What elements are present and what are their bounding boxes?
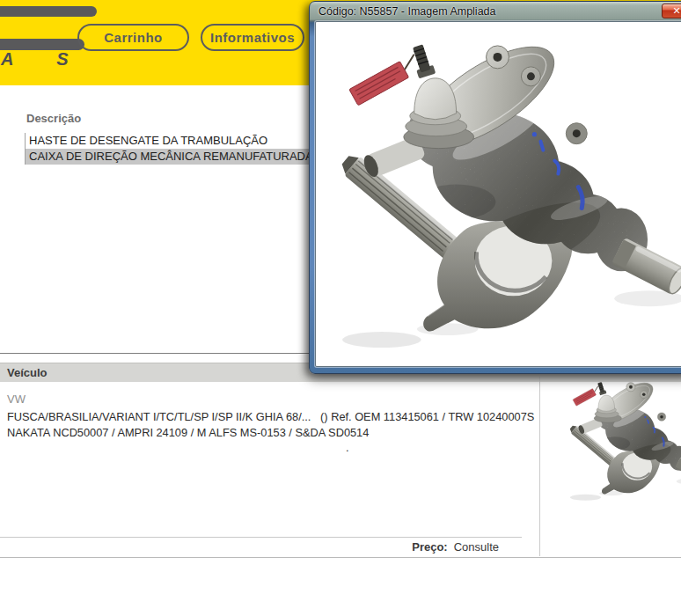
price-value: Consulte <box>454 540 499 554</box>
close-icon[interactable]: ✕ <box>662 4 681 18</box>
logo-bar <box>0 6 97 17</box>
vehicle-description-line: . <box>7 440 535 456</box>
popup-titlebar[interactable]: Código: N55857 - Imagem Ampliada <box>310 2 681 20</box>
vehicle-brand: VW <box>7 392 535 406</box>
column-divider <box>539 377 540 556</box>
vehicle-description-line: NAKATA NCD50007 / AMPRI 24109 / M ALFS M… <box>7 425 535 441</box>
product-thumbnail[interactable] <box>547 378 681 512</box>
informatives-button[interactable]: Informativos <box>201 24 304 51</box>
price-label: Preço: <box>412 540 447 554</box>
logo: A S <box>1 49 70 70</box>
vehicle-info: VW FUSCA/BRASILIA/VARIANT I/TC/TL/SP I/S… <box>7 392 535 456</box>
popup-image-area <box>315 21 681 367</box>
vehicle-description-line: FUSCA/BRASILIA/VARIANT I/TC/TL/SP I/SP I… <box>7 409 535 425</box>
product-thumbnail-image <box>547 378 681 512</box>
popup-title: Código: N55857 - Imagem Ampliada <box>319 5 496 18</box>
image-popup-window: Código: N55857 - Imagem Ampliada ✕ <box>309 1 681 374</box>
product-image <box>316 22 681 367</box>
price-divider <box>0 537 522 538</box>
price-row: Preço:Consulte <box>0 540 499 554</box>
cart-button[interactable]: Carrinho <box>77 24 189 51</box>
bottom-divider <box>0 557 681 558</box>
description-column-header: Descrição <box>26 112 81 125</box>
